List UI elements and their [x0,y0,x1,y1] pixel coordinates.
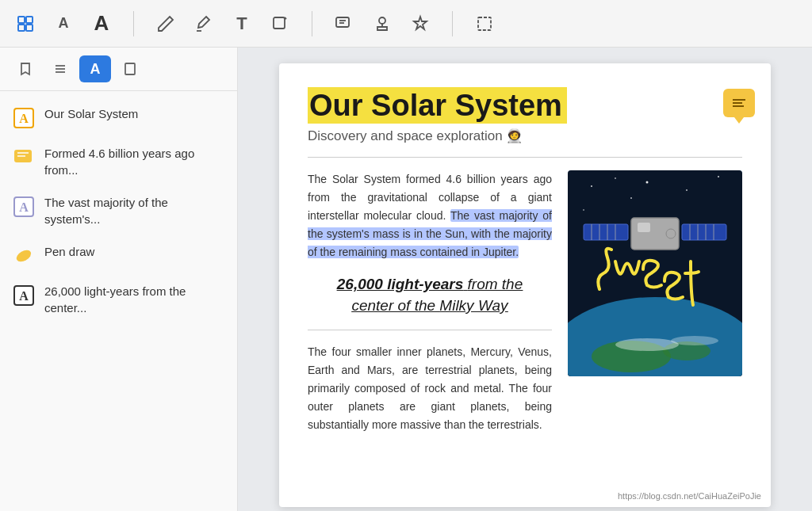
pencil-icon[interactable] [153,11,178,36]
sidebar-item-1-icon: A [13,107,35,129]
space-image [568,170,742,376]
svg-rect-1 [26,17,33,23]
sidebar-item-4-icon [13,245,35,267]
divider-3 [452,11,453,36]
doc-paragraph-2: The four smaller inner planets, Mercury,… [308,343,552,434]
sidebar-item-3-icon: A [13,196,35,218]
sidebar-item-formed[interactable]: Formed 4.6 billion years ago from... [0,137,237,186]
svg-point-23 [14,248,33,264]
svg-rect-2 [18,25,25,31]
svg-rect-5 [274,17,285,29]
tab-page[interactable] [114,55,146,82]
sidebar-item-3-text: The vast majority of the system's... [44,194,224,227]
sidebar-item-5-icon: A [13,284,35,307]
tab-text[interactable]: A [79,55,111,82]
toolbar-draw-group: T [153,11,293,36]
svg-rect-3 [26,25,33,31]
svg-rect-15 [125,63,135,74]
highlight-pen-icon[interactable] [191,11,216,36]
doc-paragraph-1: The Solar System formed 4.6 billion year… [308,170,552,261]
sweet-overlay-svg [568,170,742,376]
toolbar-left-group: A A [13,11,114,36]
doc-body: The Solar System formed 4.6 billion year… [308,170,742,434]
svg-rect-0 [18,17,25,23]
sidebar-item-1-text: Our Solar System [44,105,138,122]
toolbar-annotation-group [331,11,433,36]
divider-1 [133,11,134,36]
doc-center-heading-block: 26,000 light-years from thecenter of the… [308,274,552,316]
doc-divider [308,157,742,158]
pen-draw-icon[interactable] [408,11,433,36]
main-area: A A Our Solar System [0,48,812,511]
doc-title: Our Solar System [308,87,567,124]
watermark: https://blog.csdn.net/CaiHuaZeiPoJie [618,491,761,501]
sidebar-item-2-icon [13,147,35,169]
svg-text:A: A [19,112,29,125]
doc-text-column: The Solar System formed 4.6 billion year… [308,170,552,434]
toolbar: A A T [0,0,812,48]
font-small-icon[interactable]: A [51,11,76,36]
font-large-icon[interactable]: A [89,11,114,36]
doc-center-heading: 26,000 light-years from thecenter of the… [308,274,552,316]
sidebar-tabs: A [0,48,237,91]
text-insert-icon[interactable]: T [229,11,255,36]
comment-icon[interactable] [331,11,357,36]
center-heading-bold: 26,000 light-years [337,276,463,292]
doc-subtitle: Discovery and space exploration 🧑‍🚀 [308,128,742,144]
document-page: Our Solar System Discovery and space exp… [279,63,771,507]
doc-divider-2 [308,330,552,330]
tab-bookmark[interactable] [10,55,41,82]
svg-text:A: A [19,289,29,303]
text-format-icon[interactable] [13,11,38,36]
svg-text:A: A [19,200,29,214]
annotation-bubble[interactable] [723,89,755,117]
sidebar-item-solar-system[interactable]: A Our Solar System [0,97,237,137]
selection-icon[interactable] [472,11,497,36]
sidebar-item-4-text: Pen draw [44,243,94,260]
sidebar: A A Our Solar System [0,48,238,511]
svg-rect-6 [336,17,349,27]
sidebar-item-2-text: Formed 4.6 billion years ago from... [44,145,224,178]
svg-point-9 [379,17,385,24]
sidebar-item-5-text: 26,000 light-years from the center... [44,283,224,316]
doc-title-wrapper: Our Solar System [308,89,742,123]
sidebar-item-lightyears[interactable]: A 26,000 light-years from the center... [0,275,237,324]
doc-image-column [568,170,742,434]
sidebar-item-pen-draw[interactable]: Pen draw [0,235,237,275]
shape-icon[interactable] [267,11,293,36]
svg-rect-11 [478,17,491,30]
document-area: Our Solar System Discovery and space exp… [238,48,812,511]
stamp-icon[interactable] [370,11,395,36]
sidebar-items-list: A Our Solar System Formed 4.6 billion ye… [0,91,237,511]
sidebar-item-vast-majority[interactable]: A The vast majority of the system's... [0,186,237,235]
tab-list[interactable] [44,55,76,82]
divider-2 [312,11,312,36]
highlighted-text: The vast majority of the system's mass i… [308,209,552,258]
